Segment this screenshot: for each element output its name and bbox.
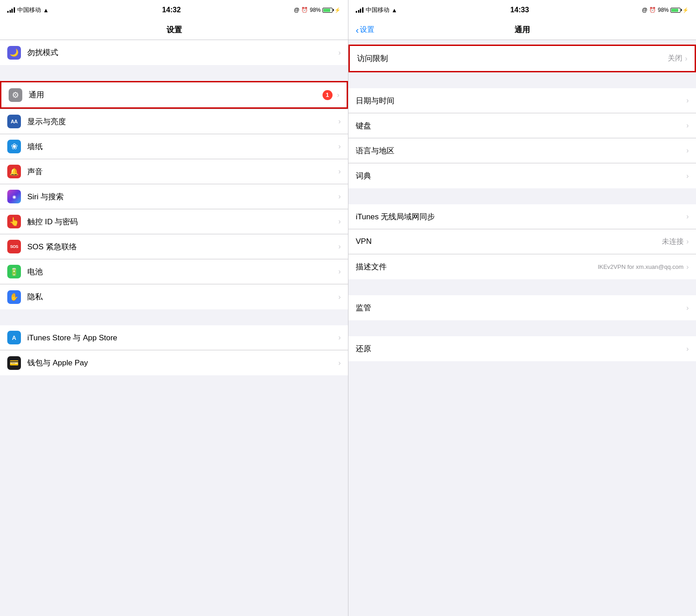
vpn-value: 未连接 xyxy=(662,237,684,247)
wallet-label: 钱包与 Apple Pay xyxy=(27,358,338,368)
do-not-disturb-icon: 🌙 xyxy=(7,46,21,60)
keyboard-label: 键盘 xyxy=(356,121,686,131)
left-status-left: 中国移动 ▲ xyxy=(7,6,49,14)
right-charging-icon: ⚡ xyxy=(682,7,689,13)
right-battery-icon xyxy=(671,8,681,13)
display-label: 显示与亮度 xyxy=(27,116,338,127)
do-not-disturb-item[interactable]: 🌙 勿扰模式 › xyxy=(0,40,348,65)
wallpaper-item[interactable]: ❀ 墙纸 › xyxy=(0,134,348,159)
language-item[interactable]: 语言与地区 › xyxy=(348,138,696,163)
wallpaper-icon: ❀ xyxy=(7,140,21,153)
left-nav-bar: 设置 xyxy=(0,20,348,40)
itunes-icon: A xyxy=(7,331,21,344)
general-badge: 1 xyxy=(323,90,333,100)
privacy-item[interactable]: ✋ 隐私 › xyxy=(0,284,348,309)
restrictions-value: 关闭 xyxy=(668,54,682,63)
touch-id-item[interactable]: 👆 触控 ID 与密码 › xyxy=(0,209,348,234)
date-time-item[interactable]: 日期与时间 › xyxy=(348,88,696,113)
profile-chevron: › xyxy=(686,263,689,271)
general-icon: ⚙ xyxy=(9,88,22,102)
sos-icon: SOS xyxy=(7,240,21,253)
profile-value: IKEv2VPN for xm.xuan@qq.com xyxy=(598,263,684,270)
touch-id-label: 触控 ID 与密码 xyxy=(27,217,338,227)
general-item[interactable]: ⚙ 通用 1 › xyxy=(1,82,347,107)
right-alarm-icon: ⏰ xyxy=(649,7,656,13)
touch-id-chevron: › xyxy=(338,217,341,226)
right-section-5: 还原 › xyxy=(348,336,696,361)
left-settings-list: 🌙 勿扰模式 › ⚙ 通用 1 › AA 显示与亮度 › xyxy=(0,40,348,616)
restrictions-chevron: › xyxy=(685,55,687,63)
wallpaper-label: 墙纸 xyxy=(27,141,338,152)
siri-chevron: › xyxy=(338,192,341,201)
sounds-chevron: › xyxy=(338,167,341,176)
right-time: 14:33 xyxy=(510,6,529,14)
reset-item[interactable]: 还原 › xyxy=(348,336,696,361)
battery-label: 电池 xyxy=(27,267,338,277)
privacy-icon: ✋ xyxy=(7,290,21,304)
wifi-icon: ▲ xyxy=(43,7,49,14)
right-section-3: iTunes 无线局域网同步 › VPN 未连接 › 描述文件 IKEv2VPN… xyxy=(348,204,696,279)
at-icon: @ xyxy=(294,7,299,13)
reset-label: 还原 xyxy=(356,343,686,354)
vpn-item[interactable]: VPN 未连接 › xyxy=(348,229,696,254)
right-settings-list: 访问限制 关闭 › 日期与时间 › 键盘 › 语言与地区 › 词典 › xyxy=(348,40,696,616)
display-item[interactable]: AA 显示与亮度 › xyxy=(0,109,348,134)
back-chevron-icon: ‹ xyxy=(356,25,359,35)
itunes-sync-item[interactable]: iTunes 无线局域网同步 › xyxy=(348,204,696,229)
siri-item[interactable]: ◉ Siri 与搜索 › xyxy=(0,184,348,209)
wallet-icon: 💳 xyxy=(7,356,21,370)
wallet-item[interactable]: 💳 钱包与 Apple Pay › xyxy=(0,350,348,375)
left-nav-title: 设置 xyxy=(166,25,182,35)
dictionary-label: 词典 xyxy=(356,171,686,181)
right-status-bar: 中国移动 ▲ 14:33 @ ⏰ 98% ⚡ xyxy=(348,0,696,20)
left-time: 14:32 xyxy=(162,6,181,14)
itunes-sync-label: iTunes 无线局域网同步 xyxy=(356,212,686,222)
dictionary-item[interactable]: 词典 › xyxy=(348,163,696,188)
siri-label: Siri 与搜索 xyxy=(27,192,338,202)
language-label: 语言与地区 xyxy=(356,146,686,156)
sounds-item[interactable]: 🔔 声音 › xyxy=(0,159,348,184)
general-chevron: › xyxy=(337,91,339,99)
section-1: 🌙 勿扰模式 › xyxy=(0,40,348,65)
itunes-chevron: › xyxy=(338,333,341,342)
alarm-icon: ⏰ xyxy=(301,7,308,13)
battery-item[interactable]: 🔋 电池 › xyxy=(0,259,348,284)
language-chevron: › xyxy=(686,146,689,155)
restrictions-section: 访问限制 关闭 › xyxy=(348,45,696,72)
supervision-item[interactable]: 监管 › xyxy=(348,295,696,320)
back-button[interactable]: ‹ 设置 xyxy=(356,25,374,35)
battery-pct: 98% xyxy=(310,7,321,13)
restrictions-item[interactable]: 访问限制 关闭 › xyxy=(350,46,695,71)
charging-icon: ⚡ xyxy=(334,7,341,13)
date-time-label: 日期与时间 xyxy=(356,96,686,106)
right-section-4: 监管 › xyxy=(348,295,696,320)
left-status-bar: 中国移动 ▲ 14:32 @ ⏰ 98% ⚡ xyxy=(0,0,348,20)
battery-chevron: › xyxy=(338,268,341,276)
section-3: AA 显示与亮度 › ❀ 墙纸 › 🔔 声音 › ◉ Siri 与搜索 › 👆 xyxy=(0,109,348,309)
section-gap-2 xyxy=(0,309,348,325)
sos-label: SOS 紧急联络 xyxy=(27,242,338,252)
right-nav-bar: ‹ 设置 通用 xyxy=(348,20,696,40)
touch-id-icon: 👆 xyxy=(7,215,21,228)
itunes-item[interactable]: A iTunes Store 与 App Store › xyxy=(0,325,348,350)
dictionary-chevron: › xyxy=(686,172,689,180)
right-wifi-icon: ▲ xyxy=(392,7,398,14)
right-battery-pct: 98% xyxy=(658,7,669,13)
right-panel: 中国移动 ▲ 14:33 @ ⏰ 98% ⚡ ‹ 设置 通用 访问限制 关闭 xyxy=(348,0,696,616)
section-4: A iTunes Store 与 App Store › 💳 钱包与 Apple… xyxy=(0,325,348,375)
right-section-2: 日期与时间 › 键盘 › 语言与地区 › 词典 › xyxy=(348,88,696,188)
section-gap-1 xyxy=(0,65,348,81)
battery-icon xyxy=(323,8,333,13)
sos-chevron: › xyxy=(338,242,341,251)
back-label: 设置 xyxy=(360,25,374,35)
right-signal-icon xyxy=(356,7,363,13)
do-not-disturb-label: 勿扰模式 xyxy=(27,47,338,58)
general-label: 通用 xyxy=(29,90,323,100)
sos-item[interactable]: SOS SOS 紧急联络 › xyxy=(0,234,348,259)
profile-item[interactable]: 描述文件 IKEv2VPN for xm.xuan@qq.com › xyxy=(348,254,696,279)
right-at-icon: @ xyxy=(642,7,647,13)
vpn-label: VPN xyxy=(356,237,662,246)
keyboard-item[interactable]: 键盘 › xyxy=(348,113,696,138)
right-section-gap-3 xyxy=(348,279,696,295)
siri-icon: ◉ xyxy=(7,190,21,203)
